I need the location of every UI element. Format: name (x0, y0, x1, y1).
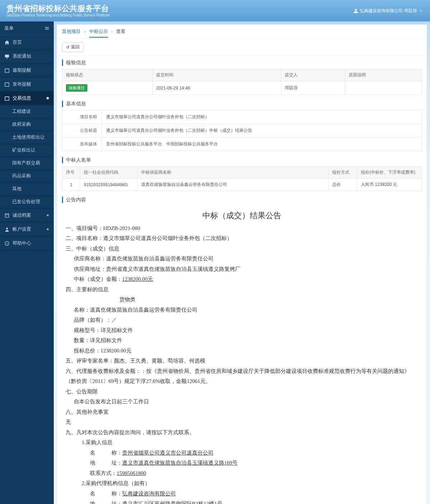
svg-text:?: ? (6, 242, 8, 245)
sidebar-item-label: 系统通知 (13, 53, 31, 59)
undo-icon: ↺ (66, 45, 70, 50)
site-title: 贵州省招标投标公共服务平台 (6, 4, 110, 13)
sidebar-item-home[interactable]: 首页 (0, 35, 54, 49)
sidebar: 菜单 首页 系统通知 逾期提醒 发布提醒 交易信息 工程建设 政府采购 土地使用… (0, 21, 54, 504)
sidebar-item-label: 帐户设置 (13, 226, 31, 232)
bars-icon[interactable] (44, 26, 49, 31)
svg-rect-4 (5, 213, 9, 217)
sidebar-item-label: 逾期提醒 (13, 67, 31, 73)
topbar: 贵州省招标投标公共服务平台 GuiZhou Province Tendering… (0, 0, 430, 21)
winners-table: 序号 统一社会信用代码 中标供应商名称 报价方式 报价(中标价、下浮率或费率) … (62, 166, 422, 191)
user-name: 弘典建设咨询有限公司-邓廷容 (360, 8, 417, 14)
chevron-right-icon (46, 227, 49, 231)
basic-table: 项目名称遵义市烟草公司道真分公司烟叶业务外包（二次招标） 公告标题遵义市烟草公司… (62, 110, 422, 151)
sidebar-item-label: 诚信档案 (13, 212, 31, 219)
monitor-icon (4, 54, 10, 59)
sidebar-sub-state[interactable]: 国有产权交易 (0, 157, 54, 170)
breadcrumb-item[interactable]: 中标公示 (89, 29, 108, 38)
sidebar-item-label: 交易信息 (13, 95, 31, 101)
panel-title-verify: 核验信息 (62, 59, 422, 66)
sidebar-item-label: 帮助中心 (13, 240, 31, 246)
panel-title-winners: 中标人名单 (62, 157, 422, 163)
sidebar-item-credit[interactable]: 诚信档案 (0, 208, 54, 222)
notice-title: 中标（成交）结果公告 (66, 208, 418, 223)
folder-icon (4, 96, 10, 101)
table-header: 序号 统一社会信用代码 中标供应商名称 报价方式 报价(中标价、下浮率或费率) (62, 167, 422, 179)
status-badge: 核验通过 (66, 84, 87, 92)
sidebar-sub-processed[interactable]: 已发公告处理 (0, 196, 54, 208)
table-row: 1 91520325551948498G 道真仡佬族苗族自治县鑫运劳务有限责任公… (62, 179, 422, 191)
sidebar-submenu-trade: 工程建设 政府采购 土地使用权出让 矿业权出让 国有产权交易 药品采购 其他 已… (0, 105, 54, 208)
sidebar-item-label: 发布提醒 (13, 81, 31, 87)
archive-icon (4, 213, 10, 218)
logo-block: 贵州省招标投标公共服务平台 GuiZhou Province Tendering… (6, 4, 110, 17)
sidebar-sub-gov[interactable]: 政府采购 (0, 118, 54, 131)
sidebar-item-sys-notice[interactable]: 系统通知 (0, 49, 54, 63)
svg-rect-1 (5, 83, 9, 86)
panel-title-basic: 基本信息 (62, 101, 422, 107)
sidebar-sub-land[interactable]: 土地使用权出让 (0, 131, 54, 144)
menu-label: 菜单 (4, 25, 14, 32)
sidebar-item-publish[interactable]: 发布提醒 (0, 77, 54, 91)
sidebar-sub-eng[interactable]: 工程建设 (0, 105, 54, 118)
sidebar-item-label: 首页 (13, 39, 22, 45)
sidebar-item-trade[interactable]: 交易信息 (0, 91, 54, 105)
chevron-down-icon (46, 96, 49, 100)
clock-icon (4, 68, 10, 73)
table-header: 核验状态 提交时间 提交人 原因说明 (62, 69, 422, 81)
user-menu[interactable]: 弘典建设咨询有限公司-邓廷容 (353, 8, 424, 14)
sidebar-item-help[interactable]: ? 帮助中心 (0, 236, 54, 250)
svg-rect-0 (5, 69, 9, 72)
home-icon (4, 40, 10, 45)
content: 其他项目 › 中标公示 › 查看 ↺ 返回 核验信息 核验状态 提交时间 (57, 24, 427, 504)
menu-header: 菜单 (0, 21, 54, 35)
site-subtitle: GuiZhou Province Tendering and Bidding P… (6, 13, 110, 17)
breadcrumb: 其他项目 › 中标公示 › 查看 (57, 25, 427, 39)
chevron-right-icon (46, 213, 49, 217)
verify-table: 核验状态 提交时间 提交人 原因说明 核验通过 2021-06-29 14:46… (62, 69, 422, 95)
sidebar-sub-drug[interactable]: 药品采购 (0, 170, 54, 183)
user-icon (353, 8, 358, 13)
notice-body: 中标（成交）结果公告 一、项目编号：HDZB-2021-080 二、项目名称：遵… (62, 206, 422, 504)
svg-rect-2 (5, 97, 9, 100)
sidebar-sub-mine[interactable]: 矿业权出让 (0, 144, 54, 157)
panel-title-notice: 公告内容 (62, 197, 422, 203)
sidebar-item-account[interactable]: 帐户设置 (0, 222, 54, 236)
table-row: 核验通过 2021-06-29 14:46 邓廷容 (62, 81, 422, 95)
user-settings-icon (4, 227, 10, 232)
sidebar-sub-other[interactable]: 其他 (0, 183, 54, 196)
help-icon: ? (4, 241, 10, 246)
sidebar-item-overdue[interactable]: 逾期提醒 (0, 63, 54, 77)
breadcrumb-item[interactable]: 其他项目 (62, 29, 81, 34)
back-button[interactable]: ↺ 返回 (62, 42, 83, 52)
chevron-down-icon (419, 8, 424, 13)
send-icon (4, 82, 10, 87)
breadcrumb-item: 查看 (116, 29, 125, 34)
svg-point-6 (6, 227, 8, 229)
